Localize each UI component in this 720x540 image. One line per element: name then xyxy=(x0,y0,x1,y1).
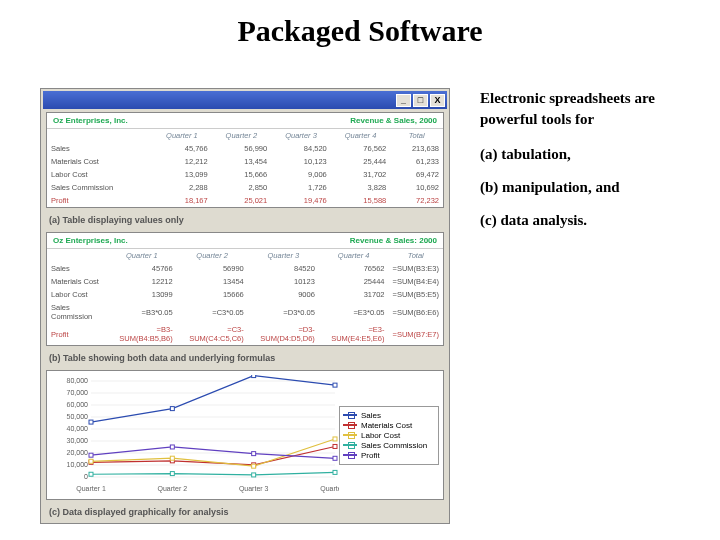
table-row: Sales Commission=B3*0.05=C3*0.05=D3*0.05… xyxy=(47,301,443,323)
page-title: Packaged Software xyxy=(0,14,720,48)
cell: 31,702 xyxy=(331,168,391,181)
cell: 19,476 xyxy=(271,194,331,207)
table-row: Materials Cost12,21213,45410,12325,44461… xyxy=(47,155,443,168)
cell: 18,167 xyxy=(152,194,212,207)
cell: 1,726 xyxy=(271,181,331,194)
cell: Materials Cost xyxy=(47,155,152,168)
cell: =D3-SUM(D4:D5,D6) xyxy=(248,323,319,345)
description-text: Electronic spreadsheets are powerful too… xyxy=(480,88,690,524)
svg-rect-32 xyxy=(252,464,256,468)
col-header: Quarter 4 xyxy=(331,129,391,142)
svg-rect-36 xyxy=(252,473,256,477)
item-b: (b) manipulation, and xyxy=(480,179,620,195)
col-header: Quarter 4 xyxy=(319,249,389,262)
cell: 69,472 xyxy=(390,168,443,181)
table-a: Quarter 1Quarter 2Quarter 3Quarter 4Tota… xyxy=(47,129,443,207)
line-chart: 010,00020,00030,00040,00050,00060,00070,… xyxy=(51,375,339,495)
item-a: (a) tabulation, xyxy=(480,146,571,162)
panel-b-title-left: Oz Enterprises, Inc. xyxy=(53,236,128,245)
cell: Profit xyxy=(47,194,152,207)
col-header: Quarter 3 xyxy=(271,129,331,142)
chart-panel: 010,00020,00030,00040,00050,00060,00070,… xyxy=(46,370,444,500)
table-row: Sales45,76656,99084,52076,562213,638 xyxy=(47,142,443,155)
table-row: Materials Cost12212134541012325444=SUM(B… xyxy=(47,275,443,288)
cell: 25,021 xyxy=(212,194,272,207)
screenshot-figure: _ □ X Oz Enterprises, Inc. Revenue & Sal… xyxy=(40,88,450,524)
cell: =E3-SUM(E4:E5,E6) xyxy=(319,323,389,345)
panel-a-title-right: Revenue & Sales, 2000 xyxy=(350,116,437,125)
cell: 45,766 xyxy=(152,142,212,155)
cell: 13099 xyxy=(107,288,177,301)
cell: 10,123 xyxy=(271,155,331,168)
cell: Materials Cost xyxy=(47,275,107,288)
caption-c: (c) Data displayed graphically for analy… xyxy=(43,503,447,521)
cell: 76562 xyxy=(319,262,389,275)
col-header: Quarter 2 xyxy=(212,129,272,142)
cell: 25444 xyxy=(319,275,389,288)
table-row: Labor Cost1309915666900631702=SUM(B5:E5) xyxy=(47,288,443,301)
cell: Profit xyxy=(47,323,107,345)
minimize-button[interactable]: _ xyxy=(396,94,411,107)
svg-rect-22 xyxy=(89,420,93,424)
item-c: (c) data analysis. xyxy=(480,212,587,228)
panel-b: Oz Enterprises, Inc. Revenue & Sales: 20… xyxy=(46,232,444,346)
panel-a-title-left: Oz Enterprises, Inc. xyxy=(53,116,128,125)
cell: 10123 xyxy=(248,275,319,288)
maximize-button[interactable]: □ xyxy=(413,94,428,107)
cell: =SUM(B5:E5) xyxy=(388,288,443,301)
cell: 13,454 xyxy=(212,155,272,168)
table-row: Sales45766569908452076562=SUM(B3:E3) xyxy=(47,262,443,275)
svg-text:50,000: 50,000 xyxy=(67,413,89,420)
cell: 13454 xyxy=(177,275,248,288)
svg-text:30,000: 30,000 xyxy=(67,437,89,444)
caption-a: (a) Table displaying values only xyxy=(43,211,447,229)
cell: =C3-SUM(C4:C5,C6) xyxy=(177,323,248,345)
cell: 56,990 xyxy=(212,142,272,155)
cell: 9,006 xyxy=(271,168,331,181)
cell: 56990 xyxy=(177,262,248,275)
cell: =SUM(B6:E6) xyxy=(388,301,443,323)
panel-b-title-right: Revenue & Sales: 2000 xyxy=(350,236,437,245)
main-layout: _ □ X Oz Enterprises, Inc. Revenue & Sal… xyxy=(0,88,720,524)
svg-rect-30 xyxy=(89,459,93,463)
svg-text:70,000: 70,000 xyxy=(67,389,89,396)
cell: 45766 xyxy=(107,262,177,275)
cell: 61,233 xyxy=(390,155,443,168)
cell: 25,444 xyxy=(331,155,391,168)
svg-text:60,000: 60,000 xyxy=(67,401,89,408)
col-header: Quarter 3 xyxy=(248,249,319,262)
legend-item: Profit xyxy=(343,451,435,460)
col-header: Quarter 2 xyxy=(177,249,248,262)
legend-item: Sales Commission xyxy=(343,441,435,450)
svg-rect-37 xyxy=(333,470,337,474)
col-header xyxy=(47,249,107,262)
svg-rect-40 xyxy=(252,452,256,456)
svg-rect-38 xyxy=(89,453,93,457)
intro-line: Electronic spreadsheets are powerful too… xyxy=(480,90,655,127)
cell: =SUM(B4:E4) xyxy=(388,275,443,288)
cell: 15666 xyxy=(177,288,248,301)
svg-text:0: 0 xyxy=(84,473,88,480)
cell: =E3*0.05 xyxy=(319,301,389,323)
cell: 10,692 xyxy=(390,181,443,194)
cell: =B3-SUM(B4:B5,B6) xyxy=(107,323,177,345)
table-row: Profit18,16725,02119,47615,58872,232 xyxy=(47,194,443,207)
cell: 3,828 xyxy=(331,181,391,194)
legend-item: Sales xyxy=(343,411,435,420)
cell: 12,212 xyxy=(152,155,212,168)
cell: 12212 xyxy=(107,275,177,288)
col-header: Total xyxy=(388,249,443,262)
cell: 84,520 xyxy=(271,142,331,155)
close-button[interactable]: X xyxy=(430,94,445,107)
cell: 15,588 xyxy=(331,194,391,207)
svg-rect-41 xyxy=(333,456,337,460)
cell: 84520 xyxy=(248,262,319,275)
window-titlebar: _ □ X xyxy=(43,91,447,109)
svg-rect-34 xyxy=(89,472,93,476)
svg-text:Quarter 1: Quarter 1 xyxy=(76,485,106,493)
cell: 76,562 xyxy=(331,142,391,155)
cell: 13,099 xyxy=(152,168,212,181)
cell: 72,232 xyxy=(390,194,443,207)
chart-legend: SalesMaterials CostLabor CostSales Commi… xyxy=(339,406,439,465)
cell: =C3*0.05 xyxy=(177,301,248,323)
